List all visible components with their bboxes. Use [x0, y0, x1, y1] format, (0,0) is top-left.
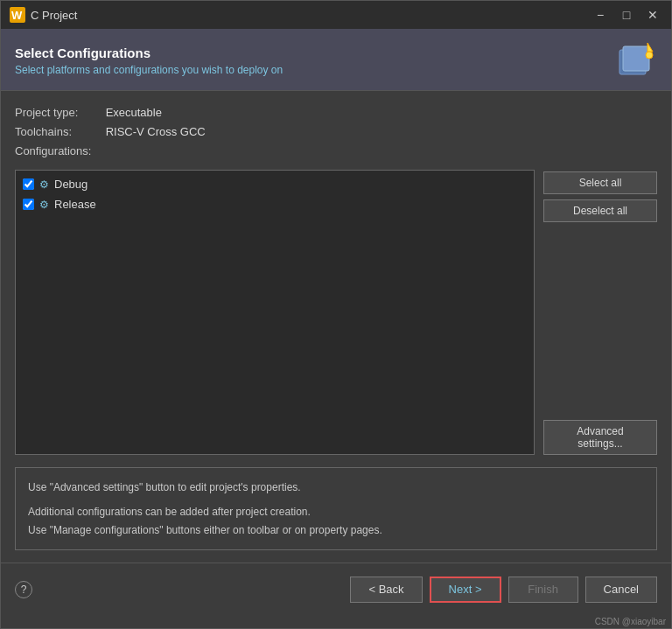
- config-area: ⚙ Debug ⚙ Release Select all Deselect al…: [15, 170, 657, 455]
- toolchains-value: RISC-V Cross GCC: [106, 125, 206, 138]
- svg-rect-3: [623, 46, 649, 71]
- toolchains-label: Toolchains:: [15, 122, 102, 142]
- header-title: Select Configurations: [15, 45, 283, 60]
- advanced-settings-button[interactable]: Advanced settings...: [543, 420, 657, 455]
- header-icon: [615, 41, 657, 80]
- finish-button[interactable]: Finish: [508, 577, 578, 603]
- toolchains-row: Toolchains: RISC-V Cross GCC: [15, 122, 657, 142]
- content-area: Project type: Executable Toolchains: RIS…: [1, 91, 671, 563]
- release-cogwheel-icon: ⚙: [39, 199, 49, 211]
- info-box-line1: Use "Advanced settings" button to edit p…: [28, 479, 644, 496]
- svg-point-5: [646, 52, 653, 59]
- help-button[interactable]: ?: [15, 581, 32, 598]
- release-checkbox[interactable]: [23, 199, 34, 210]
- config-item-release: ⚙ Release: [23, 196, 527, 213]
- footer-left: ?: [15, 581, 32, 598]
- debug-label: Debug: [54, 178, 88, 191]
- back-button[interactable]: < Back: [350, 577, 422, 603]
- debug-checkbox[interactable]: [23, 178, 34, 190]
- window-title: C Project: [31, 9, 77, 22]
- info-box: Use "Advanced settings" button to edit p…: [15, 467, 657, 550]
- cancel-button[interactable]: Cancel: [585, 577, 657, 603]
- wizard-icon: [616, 41, 656, 80]
- header-subtitle: Select platforms and configurations you …: [15, 64, 283, 76]
- release-label: Release: [54, 198, 96, 211]
- footer-buttons: < Back Next > Finish Cancel: [350, 577, 657, 603]
- title-bar-left: W C Project: [10, 7, 77, 23]
- project-type-label: Project type:: [15, 103, 102, 122]
- info-rows: Project type: Executable Toolchains: RIS…: [15, 103, 657, 161]
- deselect-all-button[interactable]: Deselect all: [543, 199, 657, 222]
- info-box-line4: Use "Manage configurations" buttons eith…: [28, 521, 644, 539]
- header-section: Select Configurations Select platforms a…: [1, 29, 671, 91]
- svg-text:W: W: [11, 9, 23, 22]
- project-type-row: Project type: Executable: [15, 103, 657, 122]
- config-buttons: Select all Deselect all Advanced setting…: [543, 170, 657, 455]
- restore-button[interactable]: □: [617, 5, 636, 24]
- title-bar-controls: − □ ✕: [591, 5, 662, 24]
- title-bar: W C Project − □ ✕: [1, 1, 671, 29]
- app-icon: W: [10, 7, 25, 23]
- main-window: W C Project − □ ✕ Select Configurations …: [0, 0, 672, 629]
- info-box-spacer: [28, 496, 644, 503]
- debug-cogwheel-icon: ⚙: [39, 178, 49, 191]
- next-button[interactable]: Next >: [430, 577, 501, 603]
- config-item-debug: ⚙ Debug: [23, 176, 527, 192]
- close-button[interactable]: ✕: [643, 5, 662, 24]
- watermark: CSDN @xiaoyibar: [1, 615, 671, 628]
- configurations-label: Configurations:: [15, 142, 102, 161]
- project-type-value: Executable: [106, 106, 162, 119]
- info-box-line3: Additional configurations can be added a…: [28, 503, 644, 521]
- config-list: ⚙ Debug ⚙ Release: [15, 170, 535, 455]
- configurations-row: Configurations:: [15, 142, 657, 161]
- footer: ? < Back Next > Finish Cancel: [1, 563, 671, 615]
- header-text: Select Configurations Select platforms a…: [15, 45, 283, 76]
- svg-marker-4: [648, 43, 653, 52]
- minimize-button[interactable]: −: [591, 5, 610, 24]
- select-all-button[interactable]: Select all: [543, 171, 657, 194]
